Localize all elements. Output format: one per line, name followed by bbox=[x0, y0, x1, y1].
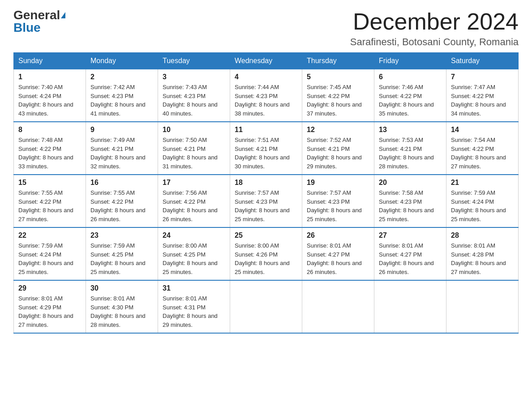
day-info: Sunrise: 7:57 AMSunset: 4:23 PMDaylight:… bbox=[307, 189, 362, 223]
day-info: Sunrise: 7:56 AMSunset: 4:22 PMDaylight:… bbox=[163, 189, 218, 223]
day-number: 16 bbox=[90, 179, 153, 187]
calendar-header-thursday: Thursday bbox=[302, 53, 374, 69]
calendar-header-friday: Friday bbox=[374, 53, 446, 69]
day-number: 13 bbox=[379, 126, 442, 134]
day-number: 29 bbox=[18, 284, 81, 292]
day-info: Sunrise: 7:43 AMSunset: 4:23 PMDaylight:… bbox=[163, 84, 218, 117]
day-info: Sunrise: 8:00 AMSunset: 4:25 PMDaylight:… bbox=[163, 242, 218, 275]
header: General Blue December 2024 Sarafinesti, … bbox=[13, 9, 519, 48]
calendar-day-cell: 30 Sunrise: 8:01 AMSunset: 4:30 PMDaylig… bbox=[86, 280, 158, 333]
day-info: Sunrise: 7:40 AMSunset: 4:24 PMDaylight:… bbox=[18, 84, 73, 117]
calendar-day-cell: 19 Sunrise: 7:57 AMSunset: 4:23 PMDaylig… bbox=[302, 175, 374, 227]
logo: General Blue bbox=[13, 9, 65, 34]
day-number: 18 bbox=[235, 179, 297, 187]
calendar-day-cell: 8 Sunrise: 7:48 AMSunset: 4:22 PMDayligh… bbox=[14, 122, 86, 175]
day-info: Sunrise: 7:59 AMSunset: 4:25 PMDaylight:… bbox=[90, 242, 146, 275]
calendar-day-cell: 1 Sunrise: 7:40 AMSunset: 4:24 PMDayligh… bbox=[14, 69, 86, 122]
day-number: 27 bbox=[379, 231, 442, 240]
day-number: 11 bbox=[235, 126, 297, 134]
day-number: 30 bbox=[90, 284, 153, 292]
day-info: Sunrise: 7:45 AMSunset: 4:22 PMDaylight:… bbox=[307, 84, 362, 117]
day-info: Sunrise: 8:01 AMSunset: 4:27 PMDaylight:… bbox=[379, 242, 434, 275]
month-year-title: December 2024 bbox=[350, 9, 519, 34]
calendar-header-wednesday: Wednesday bbox=[230, 53, 302, 69]
calendar-day-cell: 22 Sunrise: 7:59 AMSunset: 4:24 PMDaylig… bbox=[14, 227, 86, 280]
day-number: 25 bbox=[235, 231, 297, 240]
day-number: 4 bbox=[235, 73, 297, 81]
day-number: 31 bbox=[163, 284, 225, 292]
calendar-day-cell: 23 Sunrise: 7:59 AMSunset: 4:25 PMDaylig… bbox=[86, 227, 158, 280]
day-info: Sunrise: 7:55 AMSunset: 4:22 PMDaylight:… bbox=[18, 189, 73, 223]
calendar-day-cell: 3 Sunrise: 7:43 AMSunset: 4:23 PMDayligh… bbox=[158, 69, 230, 122]
day-number: 8 bbox=[18, 126, 81, 134]
calendar-day-cell: 11 Sunrise: 7:51 AMSunset: 4:21 PMDaylig… bbox=[230, 122, 302, 175]
day-info: Sunrise: 7:42 AMSunset: 4:23 PMDaylight:… bbox=[90, 84, 146, 117]
calendar-week-row: 15 Sunrise: 7:55 AMSunset: 4:22 PMDaylig… bbox=[14, 175, 519, 227]
day-number: 22 bbox=[18, 231, 81, 240]
day-number: 12 bbox=[307, 126, 369, 134]
calendar-day-cell: 20 Sunrise: 7:58 AMSunset: 4:23 PMDaylig… bbox=[374, 175, 446, 227]
calendar-day-cell: 10 Sunrise: 7:50 AMSunset: 4:21 PMDaylig… bbox=[158, 122, 230, 175]
calendar-header-tuesday: Tuesday bbox=[158, 53, 230, 69]
day-number: 1 bbox=[18, 73, 81, 81]
day-number: 21 bbox=[451, 179, 514, 187]
day-number: 15 bbox=[18, 179, 81, 187]
calendar-day-cell: 12 Sunrise: 7:52 AMSunset: 4:21 PMDaylig… bbox=[302, 122, 374, 175]
day-number: 19 bbox=[307, 179, 369, 187]
calendar-day-cell: 27 Sunrise: 8:01 AMSunset: 4:27 PMDaylig… bbox=[374, 227, 446, 280]
day-number: 26 bbox=[307, 231, 369, 240]
day-number: 10 bbox=[163, 126, 225, 134]
calendar-day-cell bbox=[446, 280, 519, 333]
calendar-header-row: SundayMondayTuesdayWednesdayThursdayFrid… bbox=[14, 53, 519, 69]
day-number: 5 bbox=[307, 73, 369, 81]
calendar-day-cell: 17 Sunrise: 7:56 AMSunset: 4:22 PMDaylig… bbox=[158, 175, 230, 227]
day-number: 14 bbox=[451, 126, 514, 134]
calendar-day-cell: 6 Sunrise: 7:46 AMSunset: 4:22 PMDayligh… bbox=[374, 69, 446, 122]
calendar-week-row: 22 Sunrise: 7:59 AMSunset: 4:24 PMDaylig… bbox=[14, 227, 519, 280]
day-info: Sunrise: 7:51 AMSunset: 4:21 PMDaylight:… bbox=[235, 137, 290, 170]
calendar-day-cell: 15 Sunrise: 7:55 AMSunset: 4:22 PMDaylig… bbox=[14, 175, 86, 227]
calendar-day-cell: 4 Sunrise: 7:44 AMSunset: 4:23 PMDayligh… bbox=[230, 69, 302, 122]
calendar-table: SundayMondayTuesdayWednesdayThursdayFrid… bbox=[13, 52, 519, 334]
day-info: Sunrise: 7:53 AMSunset: 4:21 PMDaylight:… bbox=[379, 137, 434, 170]
day-info: Sunrise: 7:48 AMSunset: 4:22 PMDaylight:… bbox=[18, 137, 73, 170]
day-info: Sunrise: 7:55 AMSunset: 4:22 PMDaylight:… bbox=[90, 189, 146, 223]
day-number: 28 bbox=[451, 231, 514, 240]
day-number: 7 bbox=[451, 73, 514, 81]
calendar-day-cell: 31 Sunrise: 8:01 AMSunset: 4:31 PMDaylig… bbox=[158, 280, 230, 333]
day-info: Sunrise: 7:44 AMSunset: 4:23 PMDaylight:… bbox=[235, 84, 290, 117]
day-info: Sunrise: 7:59 AMSunset: 4:24 PMDaylight:… bbox=[18, 242, 73, 275]
title-area: December 2024 Sarafinesti, Botosani Coun… bbox=[350, 9, 519, 48]
day-info: Sunrise: 7:50 AMSunset: 4:21 PMDaylight:… bbox=[163, 137, 218, 170]
calendar-day-cell: 18 Sunrise: 7:57 AMSunset: 4:23 PMDaylig… bbox=[230, 175, 302, 227]
calendar-week-row: 29 Sunrise: 8:01 AMSunset: 4:29 PMDaylig… bbox=[14, 280, 519, 333]
calendar-day-cell: 26 Sunrise: 8:01 AMSunset: 4:27 PMDaylig… bbox=[302, 227, 374, 280]
calendar-day-cell bbox=[230, 280, 302, 333]
logo-triangle-icon bbox=[61, 12, 65, 18]
day-number: 9 bbox=[90, 126, 153, 134]
day-info: Sunrise: 7:46 AMSunset: 4:22 PMDaylight:… bbox=[379, 84, 434, 117]
logo-blue-text: Blue bbox=[13, 21, 41, 34]
calendar-week-row: 1 Sunrise: 7:40 AMSunset: 4:24 PMDayligh… bbox=[14, 69, 519, 122]
calendar-day-cell: 28 Sunrise: 8:01 AMSunset: 4:28 PMDaylig… bbox=[446, 227, 519, 280]
location-subtitle: Sarafinesti, Botosani County, Romania bbox=[350, 36, 519, 48]
calendar-header-monday: Monday bbox=[86, 53, 158, 69]
calendar-day-cell bbox=[302, 280, 374, 333]
day-info: Sunrise: 8:01 AMSunset: 4:30 PMDaylight:… bbox=[90, 295, 146, 328]
calendar-header-saturday: Saturday bbox=[446, 53, 519, 69]
calendar-day-cell: 2 Sunrise: 7:42 AMSunset: 4:23 PMDayligh… bbox=[86, 69, 158, 122]
day-number: 23 bbox=[90, 231, 153, 240]
day-info: Sunrise: 7:58 AMSunset: 4:23 PMDaylight:… bbox=[379, 189, 434, 223]
calendar-day-cell: 21 Sunrise: 7:59 AMSunset: 4:24 PMDaylig… bbox=[446, 175, 519, 227]
day-number: 20 bbox=[379, 179, 442, 187]
day-info: Sunrise: 8:01 AMSunset: 4:29 PMDaylight:… bbox=[18, 295, 73, 328]
calendar-day-cell: 9 Sunrise: 7:49 AMSunset: 4:21 PMDayligh… bbox=[86, 122, 158, 175]
day-info: Sunrise: 7:49 AMSunset: 4:21 PMDaylight:… bbox=[90, 137, 146, 170]
day-number: 17 bbox=[163, 179, 225, 187]
day-number: 6 bbox=[379, 73, 442, 81]
calendar-day-cell: 7 Sunrise: 7:47 AMSunset: 4:22 PMDayligh… bbox=[446, 69, 519, 122]
day-number: 2 bbox=[90, 73, 153, 81]
day-info: Sunrise: 8:01 AMSunset: 4:28 PMDaylight:… bbox=[451, 242, 506, 275]
day-info: Sunrise: 7:54 AMSunset: 4:22 PMDaylight:… bbox=[451, 137, 506, 170]
day-info: Sunrise: 8:01 AMSunset: 4:27 PMDaylight:… bbox=[307, 242, 362, 275]
